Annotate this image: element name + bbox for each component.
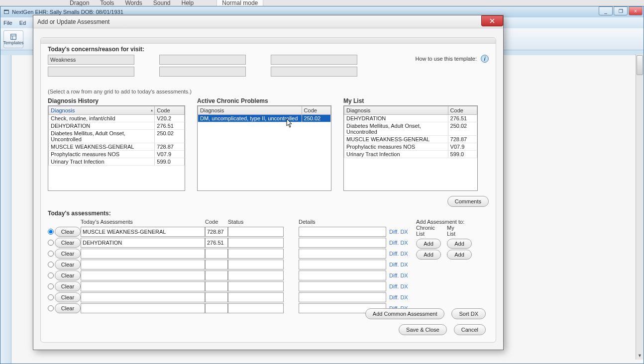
assessment-status-input[interactable] bbox=[228, 249, 284, 259]
assessment-status-input[interactable] bbox=[228, 227, 284, 237]
close-button[interactable]: × bbox=[629, 6, 643, 15]
concern-input-6[interactable] bbox=[271, 67, 357, 77]
assessment-details-input[interactable] bbox=[299, 260, 386, 270]
vertical-scrollbar[interactable]: ▲ ▼ bbox=[636, 54, 644, 360]
diff-dx-link[interactable]: Diff. DX bbox=[386, 229, 410, 235]
menu-file[interactable]: File bbox=[3, 20, 12, 26]
col-diagnosis[interactable]: Diagnosis▴ bbox=[49, 106, 155, 115]
minimize-button[interactable]: _ bbox=[599, 6, 613, 15]
assessment-radio[interactable] bbox=[48, 273, 54, 278]
assessment-radio[interactable] bbox=[48, 251, 54, 257]
assessment-name-input[interactable] bbox=[81, 292, 205, 302]
diff-dx-link[interactable]: Diff. DX bbox=[386, 262, 410, 268]
sort-dx-button[interactable]: Sort DX bbox=[451, 308, 486, 319]
col-code[interactable]: Code bbox=[155, 106, 185, 115]
diff-dx-link[interactable]: Diff. DX bbox=[386, 240, 410, 246]
clear-button[interactable]: Clear bbox=[55, 281, 81, 291]
diff-dx-link[interactable]: Diff. DX bbox=[386, 251, 410, 257]
assessment-details-input[interactable] bbox=[299, 238, 386, 248]
assessment-radio[interactable] bbox=[48, 294, 54, 300]
assessment-status-input[interactable] bbox=[228, 271, 284, 280]
assessment-name-input[interactable] bbox=[81, 238, 205, 248]
assessment-radio[interactable] bbox=[48, 240, 54, 246]
comments-button[interactable]: Comments bbox=[447, 196, 489, 207]
cancel-button[interactable]: Cancel bbox=[454, 324, 486, 335]
assessment-details-input[interactable] bbox=[299, 292, 386, 302]
assessment-details-input[interactable] bbox=[299, 249, 386, 259]
diag-history-grid[interactable]: Diagnosis▴ Code Check, routine, infant/c… bbox=[48, 105, 185, 191]
col-code[interactable]: Code bbox=[302, 106, 330, 115]
assessment-status-input[interactable] bbox=[228, 238, 284, 248]
clear-button[interactable]: Clear bbox=[55, 227, 81, 237]
assessment-name-input[interactable] bbox=[81, 249, 205, 259]
table-row[interactable]: DEHYDRATION276.51 bbox=[49, 122, 185, 130]
table-row[interactable]: Diabetes Mellitus, Adult Onset, Uncontro… bbox=[49, 130, 185, 143]
clear-button[interactable]: Clear bbox=[55, 249, 81, 259]
clear-button[interactable]: Clear bbox=[55, 260, 81, 270]
menu-edit[interactable]: Ed bbox=[19, 20, 26, 26]
assessment-details-input[interactable] bbox=[299, 227, 386, 237]
table-row[interactable]: DEHYDRATION276.51 bbox=[344, 115, 477, 122]
concern-input-5[interactable] bbox=[271, 55, 357, 65]
assessment-code-input[interactable] bbox=[205, 238, 228, 248]
add-chronic-button[interactable]: Add bbox=[416, 239, 441, 249]
table-row[interactable]: Prophylactic measures NOSV07.9 bbox=[344, 143, 477, 151]
scroll-thumb[interactable] bbox=[637, 55, 643, 75]
assessment-code-input[interactable] bbox=[205, 281, 228, 291]
assessment-details-input[interactable] bbox=[299, 271, 386, 280]
table-row[interactable]: Prophylactic measures NOSV07.9 bbox=[49, 151, 185, 158]
templates-button[interactable]: Templates bbox=[3, 30, 23, 48]
assessment-radio[interactable] bbox=[48, 262, 54, 268]
chronic-grid[interactable]: Diagnosis Code DM, uncomplicated, type I… bbox=[197, 105, 331, 191]
concern-input-1[interactable] bbox=[48, 55, 134, 65]
assessment-status-input[interactable] bbox=[228, 260, 284, 270]
clear-button[interactable]: Clear bbox=[55, 271, 81, 280]
table-row[interactable]: Check, routine, infant/childV20.2 bbox=[49, 115, 185, 122]
assessment-code-input[interactable] bbox=[205, 303, 228, 313]
assessment-status-input[interactable] bbox=[228, 303, 284, 313]
assessment-radio[interactable] bbox=[48, 305, 54, 311]
clear-button[interactable]: Clear bbox=[55, 303, 81, 313]
info-icon[interactable]: i bbox=[481, 55, 489, 63]
table-row[interactable]: Urinary Tract Infection599.0 bbox=[49, 158, 185, 166]
mylist-grid[interactable]: Diagnosis Code DEHYDRATION276.51 Diabete… bbox=[343, 105, 478, 191]
table-row[interactable]: MUSCLE WEAKNESS-GENERAL728.87 bbox=[344, 136, 477, 143]
concern-input-4[interactable] bbox=[159, 67, 246, 77]
assessment-code-input[interactable] bbox=[205, 260, 228, 270]
table-row[interactable]: DM, uncomplicated, type II, uncontrolled… bbox=[198, 115, 331, 122]
assessment-code-input[interactable] bbox=[205, 271, 228, 280]
col-diagnosis[interactable]: Diagnosis bbox=[344, 106, 448, 115]
scroll-down-icon[interactable]: ▼ bbox=[636, 352, 644, 360]
assessment-details-input[interactable] bbox=[299, 281, 386, 291]
table-row[interactable]: Urinary Tract Infection599.0 bbox=[344, 151, 477, 158]
assessment-name-input[interactable] bbox=[81, 303, 205, 313]
dialog-close-button[interactable] bbox=[481, 15, 503, 26]
add-mylist-button[interactable]: Add bbox=[447, 239, 472, 249]
concern-input-3[interactable] bbox=[159, 55, 246, 65]
assessment-name-input[interactable] bbox=[81, 271, 205, 280]
assessment-name-input[interactable] bbox=[81, 260, 205, 270]
assessment-radio[interactable] bbox=[48, 229, 54, 235]
clear-button[interactable]: Clear bbox=[55, 238, 81, 248]
save-close-button[interactable]: Save & Close bbox=[399, 324, 447, 335]
table-row[interactable]: MUSCLE WEAKNESS-GENERAL728.87 bbox=[49, 143, 185, 151]
assessment-radio[interactable] bbox=[48, 283, 54, 289]
assessment-code-input[interactable] bbox=[205, 292, 228, 302]
assessment-code-input[interactable] bbox=[205, 227, 228, 237]
assessment-name-input[interactable] bbox=[81, 227, 205, 237]
add-common-assessment-button[interactable]: Add Common Assessment bbox=[365, 308, 445, 319]
concern-input-2[interactable] bbox=[48, 67, 134, 77]
add-mylist-button[interactable]: Add bbox=[447, 250, 472, 260]
diff-dx-link[interactable]: Diff. DX bbox=[386, 294, 410, 300]
maximize-button[interactable]: ❐ bbox=[614, 6, 628, 15]
assessment-status-input[interactable] bbox=[228, 281, 284, 291]
diff-dx-link[interactable]: Diff. DX bbox=[386, 273, 410, 278]
assessment-code-input[interactable] bbox=[205, 249, 228, 259]
assessment-name-input[interactable] bbox=[81, 281, 205, 291]
clear-button[interactable]: Clear bbox=[55, 292, 81, 302]
col-code[interactable]: Code bbox=[448, 106, 477, 115]
diff-dx-link[interactable]: Diff. DX bbox=[386, 283, 410, 289]
add-chronic-button[interactable]: Add bbox=[416, 250, 441, 260]
col-diagnosis[interactable]: Diagnosis bbox=[198, 106, 302, 115]
table-row[interactable]: Diabetes Mellitus, Adult Onset, Uncontro… bbox=[344, 122, 477, 136]
